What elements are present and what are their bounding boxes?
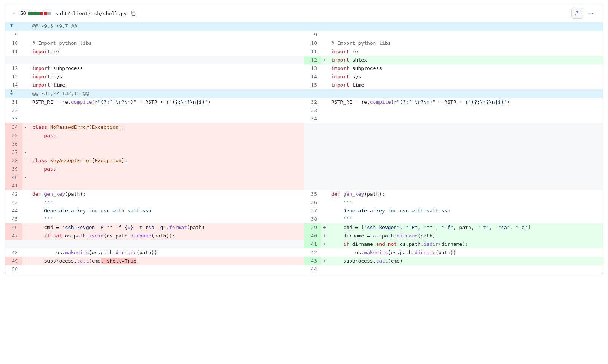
diff-row: 10# Import python libs10# Import python … [5,39,603,47]
line-number-left[interactable]: 12 [5,64,22,73]
line-number-right[interactable]: 9 [304,31,321,39]
expand-button[interactable] [5,22,22,31]
code-left [29,173,304,182]
line-number-right[interactable]: 40 [304,232,321,240]
code-left: """ [29,198,304,207]
code-right: if dirname and not os.path.isdir(dirname… [328,240,603,248]
code-left: class KeyAcceptError(Exception): [29,157,304,165]
code-left: import re [29,47,304,56]
code-left: pass [29,165,304,173]
line-number-right[interactable]: 11 [304,47,321,56]
code-left: pass [29,131,304,140]
code-left: cmd = 'ssh-keygen -P "" -f {0} -t rsa -q… [29,223,304,232]
line-number-left[interactable]: 42 [5,190,22,198]
line-number-left[interactable]: 10 [5,39,22,47]
line-number-left[interactable]: 31 [5,98,22,106]
line-number-left[interactable]: 36 [5,140,22,148]
svg-point-2 [591,13,592,14]
code-left [29,148,304,157]
line-number-right[interactable]: 33 [304,106,321,115]
line-number-left[interactable]: 34 [5,123,22,131]
diff-row: 12import subprocess13import subprocess [5,64,603,73]
code-left: class NoPasswdError(Exception): [29,123,304,131]
code-right: """ [328,198,603,207]
line-number-right[interactable]: 13 [304,64,321,73]
line-number-right[interactable]: 43 [304,257,321,265]
line-number-left[interactable]: 33 [5,115,22,123]
kebab-menu-icon[interactable] [585,8,597,19]
diff-row: 99 [5,31,603,39]
line-number-left[interactable]: 41 [5,182,22,190]
line-number-left[interactable]: 44 [5,207,22,215]
code-left: import sys [29,73,304,81]
svg-point-3 [592,13,594,14]
line-number-right[interactable]: 35 [304,190,321,198]
code-right: def gen_key(path): [328,190,603,198]
line-number-left[interactable]: 50 [5,265,22,274]
code-left [29,115,304,123]
diff-row: 47- if not os.path.isdir(os.path.dirname… [5,232,603,240]
code-left: import time [29,81,304,89]
line-number-left[interactable]: 14 [5,81,22,89]
copy-path-icon[interactable] [130,9,137,17]
code-left [29,182,304,190]
diff-table: @@ -9,6 +9,7 @@9910# Import python libs1… [5,22,603,274]
line-number-left[interactable]: 49 [5,257,22,265]
diff-row: 43 """36 """ [5,198,603,207]
line-number-right[interactable]: 41 [304,240,321,248]
diff-row: 5044 [5,265,603,274]
ai-action-button[interactable] [571,8,583,19]
diffstat-count: 50 [20,10,26,16]
file-path-link[interactable]: salt/client/ssh/shell.py [55,11,127,16]
code-left: def gen_key(path): [29,190,304,198]
line-number-left[interactable]: 9 [5,31,22,39]
diff-row: 37- [5,148,603,157]
line-number-right[interactable]: 14 [304,73,321,81]
code-right: cmd = ["ssh-keygen", "-P", '""', "-f", p… [328,223,603,232]
diff-row: 44 Generate a key for use with salt-ssh3… [5,207,603,215]
line-number-left[interactable]: 32 [5,106,22,115]
line-number-right[interactable]: 37 [304,207,321,215]
line-number-right[interactable]: 12 [304,56,321,64]
line-number-left[interactable]: 45 [5,215,22,223]
line-number-right[interactable]: 10 [304,39,321,47]
code-right: import time [328,81,603,89]
chevron-down-icon[interactable] [11,10,17,16]
diff-row: 40- [5,173,603,182]
line-number-right[interactable]: 15 [304,81,321,89]
line-number-right[interactable]: 32 [304,98,321,106]
code-left: Generate a key for use with salt-ssh [29,207,304,215]
line-number-left[interactable]: 13 [5,73,22,81]
diff-row: 48 os.makedirs(os.path.dirname(path))42 … [5,248,603,257]
diff-row: 34-class NoPasswdError(Exception): [5,123,603,131]
line-number-right[interactable]: 39 [304,223,321,232]
line-number-left[interactable]: 35 [5,131,22,140]
diff-row: 11import re11import re [5,47,603,56]
code-right: os.makedirs(os.path.dirname(path)) [328,248,603,257]
code-left [29,31,304,39]
diff-row: 42def gen_key(path):35def gen_key(path): [5,190,603,198]
line-number-left[interactable]: 40 [5,173,22,182]
diff-row: 45 """38 """ [5,215,603,223]
line-number-right[interactable]: 44 [304,265,321,274]
code-right: import shlex [328,56,603,64]
line-number-left[interactable]: 11 [5,47,22,56]
line-number-left[interactable]: 39 [5,165,22,173]
line-number-left[interactable]: 47 [5,232,22,240]
code-left [29,106,304,115]
code-left: # Import python libs [29,39,304,47]
line-number-left[interactable]: 46 [5,223,22,232]
line-number-left[interactable]: 48 [5,248,22,257]
file-header: 50 salt/client/ssh/shell.py [5,5,603,22]
line-number-right[interactable]: 42 [304,248,321,257]
line-number-right[interactable]: 36 [304,198,321,207]
diff-row: 36- [5,140,603,148]
expand-button[interactable] [5,89,22,98]
line-number-left[interactable]: 37 [5,148,22,157]
line-number-left[interactable]: 38 [5,157,22,165]
line-number-left[interactable]: 43 [5,198,22,207]
diff-row: 41- [5,182,603,190]
line-number-right[interactable]: 34 [304,115,321,123]
svg-point-1 [589,13,590,14]
line-number-right[interactable]: 38 [304,215,321,223]
